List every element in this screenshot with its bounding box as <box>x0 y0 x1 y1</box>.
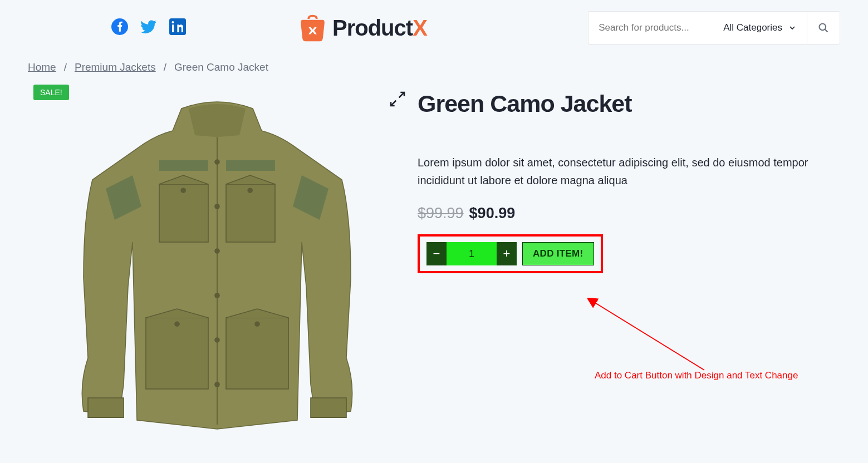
svg-rect-16 <box>88 398 124 417</box>
info-column: Green Camo Jacket Lorem ipsum dolor sit … <box>418 82 818 438</box>
image-column: SALE! <box>28 82 406 438</box>
search-input[interactable] <box>588 11 713 45</box>
search-bar: All Categories <box>588 11 840 45</box>
facebook-icon[interactable] <box>111 18 128 37</box>
svg-point-9 <box>247 188 253 193</box>
qty-plus-button[interactable]: + <box>497 242 517 265</box>
logo-bag-icon <box>297 13 328 43</box>
breadcrumb-sep: / <box>64 61 67 73</box>
product-description: Lorem ipsum dolor sit amet, consectetur … <box>418 154 818 189</box>
product-title: Green Camo Jacket <box>418 90 818 117</box>
breadcrumb-category[interactable]: Premium Jackets <box>75 61 156 73</box>
svg-line-4 <box>399 92 404 97</box>
svg-point-18 <box>214 159 220 165</box>
chevron-down-icon <box>788 23 797 32</box>
price-new: $90.99 <box>469 205 516 222</box>
social-links <box>111 18 186 37</box>
svg-point-19 <box>214 204 220 209</box>
header: ProductX All Categories <box>0 0 868 50</box>
svg-point-15 <box>254 321 260 327</box>
price-row: $99.99 $90.99 <box>418 205 818 222</box>
qty-minus-button[interactable]: − <box>426 242 447 265</box>
search-icon <box>818 22 829 33</box>
svg-point-23 <box>214 382 220 387</box>
breadcrumb-home[interactable]: Home <box>28 61 56 73</box>
product-image[interactable] <box>39 82 395 438</box>
breadcrumb: Home / Premium Jackets / Green Camo Jack… <box>0 50 868 79</box>
expand-icon[interactable] <box>389 90 406 108</box>
logo-text: ProductX <box>332 16 427 41</box>
svg-point-21 <box>214 293 220 298</box>
quantity-stepper: − 1 + <box>426 242 517 265</box>
twitter-icon[interactable] <box>140 18 157 37</box>
category-select[interactable]: All Categories <box>713 11 807 45</box>
svg-rect-17 <box>311 398 346 417</box>
breadcrumb-sep: / <box>164 61 166 73</box>
svg-point-7 <box>180 188 186 193</box>
svg-line-3 <box>825 29 828 32</box>
svg-rect-12 <box>146 318 208 389</box>
linkedin-icon[interactable] <box>169 18 186 37</box>
svg-point-20 <box>214 248 220 254</box>
qty-value[interactable]: 1 <box>447 242 497 265</box>
svg-rect-10 <box>159 160 208 171</box>
svg-rect-14 <box>226 318 288 389</box>
annotation-text: Add to Cart Button with Design and Text … <box>595 370 798 381</box>
svg-point-13 <box>174 321 180 327</box>
svg-rect-11 <box>226 160 275 171</box>
breadcrumb-current: Green Camo Jacket <box>174 61 268 73</box>
svg-line-5 <box>391 101 396 106</box>
search-button[interactable] <box>807 11 840 45</box>
sale-badge: SALE! <box>33 85 69 100</box>
product-main: SALE! <box>0 79 868 438</box>
svg-point-22 <box>214 337 220 343</box>
logo[interactable]: ProductX <box>297 13 427 43</box>
price-old: $99.99 <box>418 205 464 222</box>
svg-point-2 <box>820 24 826 31</box>
add-to-cart-button[interactable]: ADD ITEM! <box>522 242 594 265</box>
category-label: All Categories <box>723 22 782 33</box>
cart-highlight-box: − 1 + ADD ITEM! <box>418 234 603 273</box>
